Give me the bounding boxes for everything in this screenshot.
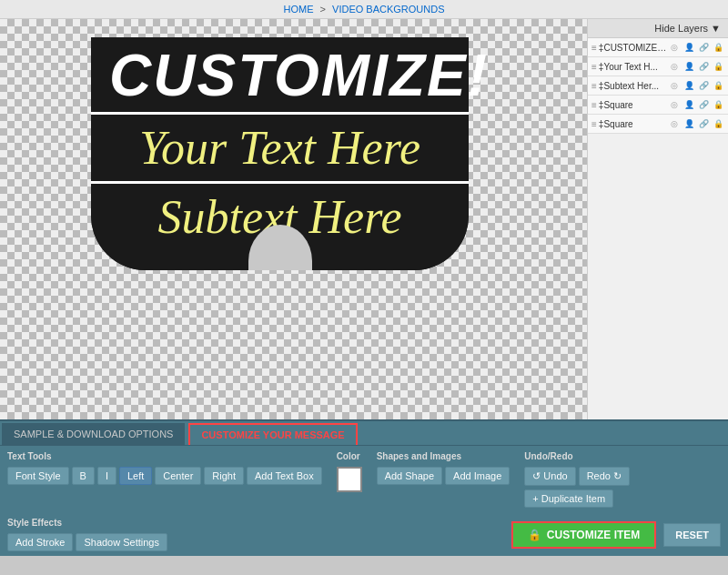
color-swatch[interactable] [337, 467, 362, 492]
layer-icons-3: ◎ 👤 🔗 🔒 [668, 98, 724, 111]
layer-name-2: ‡Subtext Her... [599, 81, 668, 91]
add-text-box-button[interactable]: Add Text Box [247, 467, 322, 485]
hide-layers-label: Hide Layers ▼ [654, 23, 721, 34]
style-effects-group: Style Effects Add Stroke Shadow Settings [7, 518, 167, 551]
layer-drag-4: ≡ [592, 119, 597, 129]
tab-sample-download[interactable]: SAMPLE & DOWNLOAD OPTIONS [2, 423, 185, 445]
layer-icons-0: ◎ 👤 🔗 🔒 [668, 41, 724, 54]
undo-redo-label: Undo/Redo [524, 451, 630, 461]
layer-drag-2: ≡ [592, 81, 597, 91]
style-effects-label: Style Effects [7, 518, 167, 528]
bottom-toolbar: SAMPLE & DOWNLOAD OPTIONS CUSTOMIZE YOUR… [0, 419, 728, 556]
customize-section: CUSTOMIZE! [91, 37, 469, 115]
layer-link-icon-4[interactable]: 🔗 [697, 117, 710, 130]
breadcrumb-separator: > [320, 4, 326, 15]
style-effect-buttons: Add Stroke Shadow Settings [7, 533, 167, 551]
layer-lock-icon-0[interactable]: 🔒 [712, 41, 724, 54]
layer-lock-icon-2[interactable]: 🔒 [712, 79, 724, 92]
shapes-images-group: Shapes and Images Add Shape Add Image [377, 451, 511, 485]
layer-eye-icon-4[interactable]: ◎ [668, 117, 681, 130]
tab-customize-message[interactable]: CUSTOMIZE YOUR MESSAGE [188, 423, 357, 445]
redo-button[interactable]: Redo ↻ [579, 467, 630, 486]
shapes-images-buttons: Add Shape Add Image [377, 467, 511, 485]
layer-person-icon-1[interactable]: 👤 [682, 60, 695, 73]
layer-eye-icon-0[interactable]: ◎ [668, 41, 681, 54]
center-align-button[interactable]: Center [155, 467, 201, 485]
layer-person-icon-4[interactable]: 👤 [682, 117, 695, 130]
your-text-section: Your Text Here [91, 115, 469, 184]
layer-icons-1: ◎ 👤 🔗 🔒 [668, 60, 724, 73]
customize-headline[interactable]: CUSTOMIZE! [109, 46, 450, 105]
layer-lock-icon-3[interactable]: 🔒 [712, 98, 724, 111]
layer-drag-3: ≡ [592, 100, 597, 110]
duplicate-item-button[interactable]: + Duplicate Item [524, 489, 613, 508]
font-style-button[interactable]: Font Style [7, 467, 69, 485]
add-stroke-button[interactable]: Add Stroke [7, 533, 73, 551]
text-tools-label: Text Tools [7, 451, 322, 461]
right-align-button[interactable]: Right [204, 467, 244, 485]
add-shape-button[interactable]: Add Shape [377, 467, 442, 485]
layer-drag-0: ≡ [592, 43, 597, 53]
layer-link-icon-2[interactable]: 🔗 [697, 79, 710, 92]
layer-person-icon-2[interactable]: 👤 [682, 79, 695, 92]
layer-eye-icon-1[interactable]: ◎ [668, 60, 681, 73]
layer-name-4: ‡Square [599, 119, 668, 129]
layer-person-icon-3[interactable]: 👤 [682, 98, 695, 111]
color-group: Color [337, 451, 362, 492]
layer-icons-2: ◎ 👤 🔗 🔒 [668, 79, 724, 92]
layer-item-0[interactable]: ≡ ‡CUSTOMIZE! ... ◎ 👤 🔗 🔒 [588, 38, 728, 57]
tabs-row: SAMPLE & DOWNLOAD OPTIONS CUSTOMIZE YOUR… [0, 421, 728, 446]
add-image-button[interactable]: Add Image [445, 467, 510, 485]
layer-item-2[interactable]: ≡ ‡Subtext Her... ◎ 👤 🔗 🔒 [588, 76, 728, 96]
main-container: CUSTOMIZE! Your Text Here Subtext Here H… [0, 19, 728, 556]
italic-button[interactable]: I [97, 467, 116, 485]
layer-eye-icon-2[interactable]: ◎ [668, 79, 681, 92]
layer-icons-4: ◎ 👤 🔗 🔒 [668, 117, 724, 130]
layer-person-icon-0[interactable]: 👤 [682, 41, 695, 54]
color-label: Color [337, 451, 362, 461]
text-tools-group: Text Tools Font Style B I Left Center Ri… [7, 451, 322, 485]
layer-link-icon-3[interactable]: 🔗 [697, 98, 710, 111]
undo-redo-group: Undo/Redo ↺ Undo Redo ↻ + Duplicate Item [524, 451, 630, 508]
subtext-section: Subtext Here [91, 184, 469, 270]
layers-header[interactable]: Hide Layers ▼ [588, 19, 728, 38]
shapes-images-label: Shapes and Images [377, 451, 511, 461]
text-tool-buttons: Font Style B I Left Center Right Add Tex… [7, 467, 322, 485]
layer-item-4[interactable]: ≡ ‡Square ◎ 👤 🔗 🔒 [588, 115, 728, 134]
layer-eye-icon-3[interactable]: ◎ [668, 98, 681, 111]
layer-name-1: ‡Your Text H... [599, 62, 668, 72]
bold-button[interactable]: B [72, 467, 95, 485]
bottom-actions: 🔒 CUSTOMIZE ITEM RESET [511, 521, 721, 549]
customize-item-label: CUSTOMIZE ITEM [547, 529, 640, 541]
duplicate-row: + Duplicate Item [524, 489, 630, 508]
lock-icon: 🔒 [528, 529, 541, 541]
tools-row: Text Tools Font Style B I Left Center Ri… [0, 446, 728, 513]
layer-name-3: ‡Square [599, 100, 668, 110]
reset-button[interactable]: RESET [663, 523, 721, 547]
layer-item-1[interactable]: ≡ ‡Your Text H... ◎ 👤 🔗 🔒 [588, 57, 728, 76]
your-text-content[interactable]: Your Text Here [109, 122, 450, 174]
undo-redo-buttons: ↺ Undo Redo ↻ [524, 467, 630, 486]
home-link[interactable]: HOME [283, 4, 313, 15]
layer-drag-1: ≡ [592, 62, 597, 72]
layer-lock-icon-1[interactable]: 🔒 [712, 60, 724, 73]
layer-name-0: ‡CUSTOMIZE! ... [599, 43, 668, 53]
layer-link-icon-1[interactable]: 🔗 [697, 60, 710, 73]
customize-item-button[interactable]: 🔒 CUSTOMIZE ITEM [511, 521, 656, 549]
breadcrumb: HOME > VIDEO BACKGROUNDS [0, 0, 728, 19]
design-card: CUSTOMIZE! Your Text Here Subtext Here [91, 37, 469, 270]
layer-item-3[interactable]: ≡ ‡Square ◎ 👤 🔗 🔒 [588, 96, 728, 115]
left-align-button[interactable]: Left [119, 467, 152, 485]
layer-lock-icon-4[interactable]: 🔒 [712, 117, 724, 130]
layer-link-icon-0[interactable]: 🔗 [697, 41, 710, 54]
current-page-link[interactable]: VIDEO BACKGROUNDS [332, 4, 444, 15]
shadow-settings-button[interactable]: Shadow Settings [76, 533, 167, 551]
undo-button[interactable]: ↺ Undo [524, 467, 575, 486]
bottom-row: Style Effects Add Stroke Shadow Settings… [0, 513, 728, 556]
